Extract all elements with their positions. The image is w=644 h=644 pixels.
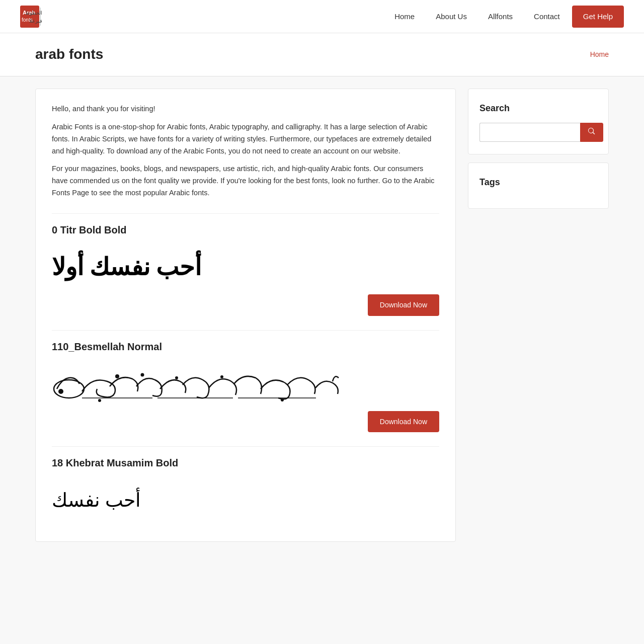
intro-greeting: Hello, and thank you for visiting! [52, 103, 439, 115]
font-preview-1 [52, 364, 439, 404]
download-button-1[interactable]: Download Now [368, 411, 439, 432]
search-title: Search [479, 101, 597, 116]
font-name-1: 110_Besmellah Normal [52, 339, 439, 355]
svg-point-15 [220, 375, 223, 378]
search-icon [588, 127, 596, 135]
download-button-0[interactable]: Download Now [368, 294, 439, 315]
download-row-1: Download Now [52, 411, 439, 432]
logo-area: Arab fonts الحطوط فيرعلا [20, 6, 60, 28]
font-name-2: 18 Khebrat Musamim Bold [52, 455, 439, 471]
font-name-0: 0 Titr Bold Bold [52, 222, 439, 238]
breadcrumb-home-link[interactable]: Home [590, 49, 609, 60]
main-container: Hello, and thank you for visiting! Arabi… [0, 76, 644, 554]
search-widget: Search [468, 89, 609, 154]
intro-p1: Arabic Fonts is a one-stop-shop for Arab… [52, 121, 439, 157]
svg-point-16 [281, 398, 284, 401]
svg-rect-0 [20, 6, 39, 28]
tags-widget: Tags [468, 163, 609, 209]
svg-point-13 [141, 373, 144, 376]
intro-p2: For your magazines, books, blogs, and ne… [52, 163, 439, 199]
svg-point-14 [175, 376, 178, 379]
nav-allfonts[interactable]: Allfonts [479, 7, 522, 27]
font-preview-2: أحب نفسك [52, 480, 439, 520]
nav-about[interactable]: About Us [427, 7, 476, 27]
content-area: Hello, and thank you for visiting! Arabi… [35, 89, 456, 542]
sidebar: Search Tags [468, 89, 609, 542]
intro-section: Hello, and thank you for visiting! Arabi… [52, 103, 439, 199]
font-preview-0: أحب نفسك أولا [52, 247, 439, 287]
font-preview-text-0: أحب نفسك أولا [52, 253, 201, 282]
search-button[interactable] [580, 123, 603, 142]
svg-text:الحطوط: الحطوط [25, 10, 42, 16]
main-nav: Home About Us Allfonts Contact Get Help [385, 6, 624, 28]
svg-point-7 [58, 389, 63, 394]
search-row [479, 123, 597, 142]
svg-point-8 [115, 374, 119, 378]
tags-title: Tags [479, 175, 597, 190]
calligraphy-svg [52, 364, 344, 404]
download-row-0: Download Now [52, 294, 439, 315]
search-input[interactable] [479, 123, 580, 142]
page-title: arab fonts [35, 43, 103, 66]
font-preview-text-2: أحب نفسك [52, 485, 141, 516]
logo-icon: Arab fonts الحطوط فيرعلا [20, 6, 60, 28]
get-help-button[interactable]: Get Help [572, 6, 624, 28]
font-entry-0: 0 Titr Bold Bold أحب نفسك أولا Download … [52, 213, 439, 315]
nav-home[interactable]: Home [385, 7, 424, 27]
svg-text:فيرعلا: فيرعلا [29, 18, 42, 24]
site-header: Arab fonts الحطوط فيرعلا Home About Us A… [0, 0, 644, 33]
font-entry-2: 18 Khebrat Musamim Bold أحب نفسك [52, 446, 439, 520]
font-entry-1: 110_Besmellah Normal [52, 330, 439, 432]
breadcrumb-banner: arab fonts Home [0, 33, 644, 76]
nav-contact[interactable]: Contact [525, 7, 569, 27]
svg-point-12 [98, 399, 101, 402]
